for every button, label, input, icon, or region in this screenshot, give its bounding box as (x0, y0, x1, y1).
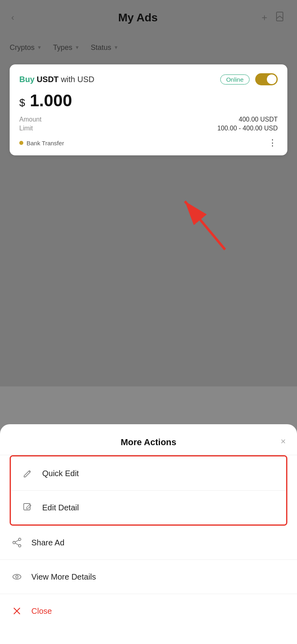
settings-icon[interactable] (275, 11, 286, 24)
price-symbol: $ (19, 97, 25, 109)
edit-box-icon (22, 502, 33, 513)
ad-coin: USDT (37, 75, 58, 84)
chevron-down-icon: ▼ (75, 45, 80, 50)
filter-cryptos[interactable]: Cryptos ▼ (10, 43, 42, 52)
toggle-knob (267, 74, 277, 84)
filter-types[interactable]: Types ▼ (53, 43, 80, 52)
amount-label: Amount (19, 116, 41, 123)
filter-cryptos-label: Cryptos (10, 43, 35, 52)
limit-label: Limit (19, 125, 33, 132)
more-actions-button[interactable]: ⋮ (268, 138, 278, 148)
ad-toggle[interactable] (255, 73, 278, 85)
share-icon (11, 537, 23, 548)
svg-line-6 (15, 540, 18, 542)
close-sheet-button[interactable]: × (281, 436, 286, 447)
payment-label: Bank Transfer (27, 140, 64, 147)
highlighted-actions-box: Quick Edit Edit Detail (10, 455, 287, 526)
limit-value: 100.00 - 400.00 USD (217, 125, 278, 132)
share-ad-label: Share Ad (31, 538, 64, 547)
nav-bar: ‹ My Ads + (0, 0, 297, 35)
edit-detail-label: Edit Detail (42, 503, 79, 512)
back-button[interactable]: ‹ (11, 12, 14, 23)
ad-header-right: Online (220, 73, 278, 85)
ad-price: $ 1.000 (19, 91, 278, 110)
status-badge: Online (220, 74, 250, 85)
chevron-down-icon: ▼ (114, 45, 119, 50)
filter-status[interactable]: Status ▼ (91, 43, 119, 52)
view-details-button[interactable]: View More Details (0, 560, 297, 594)
edit-detail-button[interactable]: Edit Detail (11, 491, 286, 524)
filter-types-label: Types (53, 43, 72, 52)
ad-card-header: Buy USDT with USD Online (19, 73, 278, 85)
ad-with: with USD (61, 75, 94, 84)
price-value: 1.000 (30, 91, 72, 110)
quick-edit-label: Quick Edit (42, 469, 79, 478)
pencil-edit-icon (22, 468, 33, 479)
close-label: Close (31, 607, 52, 616)
svg-point-5 (13, 541, 15, 544)
payment-method: Bank Transfer (19, 140, 64, 147)
svg-point-3 (18, 538, 21, 541)
add-icon[interactable]: + (262, 12, 267, 23)
sheet-header: More Actions × (0, 424, 297, 455)
limit-row: Limit 100.00 - 400.00 USD (19, 125, 278, 132)
close-button[interactable]: Close (0, 594, 297, 628)
ad-footer: Bank Transfer ⋮ (19, 138, 278, 148)
bottom-sheet: More Actions × Quick Edit Edit Detail (0, 424, 297, 644)
eye-icon (11, 571, 23, 582)
ad-buy-label: Buy (19, 75, 35, 84)
page-title: My Ads (118, 11, 158, 24)
share-ad-button[interactable]: Share Ad (0, 526, 297, 560)
svg-point-8 (13, 574, 21, 579)
chevron-down-icon: ▼ (37, 45, 42, 50)
ad-details: Amount 400.00 USDT Limit 100.00 - 400.00… (19, 116, 278, 132)
quick-edit-button[interactable]: Quick Edit (11, 456, 286, 491)
amount-value: 400.00 USDT (239, 116, 278, 123)
svg-point-9 (16, 576, 18, 578)
svg-line-7 (15, 543, 18, 545)
view-details-label: View More Details (31, 572, 96, 582)
nav-actions: + (262, 11, 286, 24)
filter-bar: Cryptos ▼ Types ▼ Status ▼ (0, 35, 297, 60)
svg-point-4 (18, 545, 21, 547)
ad-title: Buy USDT with USD (19, 75, 94, 84)
x-circle-icon (11, 605, 23, 617)
sheet-title: More Actions (121, 437, 176, 448)
filter-status-label: Status (91, 43, 111, 52)
payment-dot (19, 141, 23, 145)
ad-card: Buy USDT with USD Online $ 1.000 Amount … (10, 64, 287, 155)
amount-row: Amount 400.00 USDT (19, 116, 278, 123)
